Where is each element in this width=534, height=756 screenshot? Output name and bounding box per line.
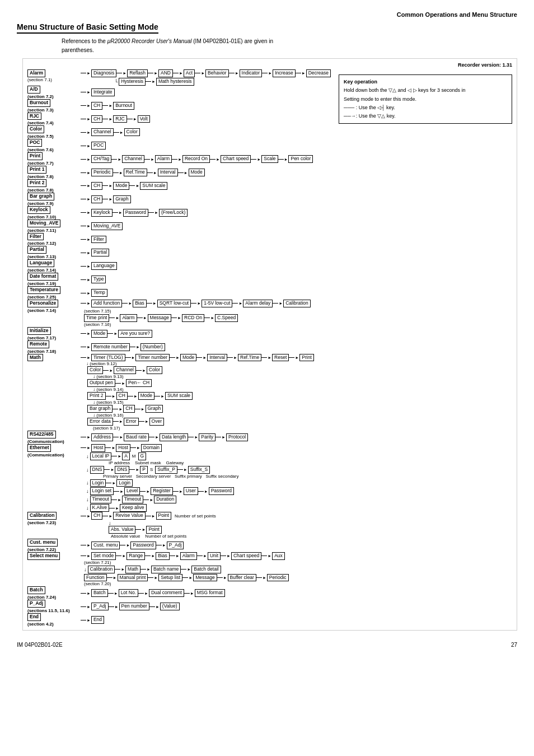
menu-row-bargraph: Bar graph (section 7.9) CH Graph <box>27 193 331 206</box>
diagram-container: Recorder version: 1.31 Key operation Hol… <box>22 58 517 631</box>
menu-row-language: Language (section 7.14) Language <box>27 259 331 273</box>
menu-row-print2: Print 2 (section 7.8) CH Mode SUM scale <box>27 179 331 193</box>
footer-right: 27 <box>511 642 517 648</box>
page-header: Common Operations and Menu Structure <box>17 11 517 18</box>
menu-row-cust-menu: Cust. menu (section 7.22) Cust. menu Pas… <box>27 539 331 552</box>
intro-text: References to the μR20000 Recorder User'… <box>62 37 517 55</box>
menu-row-remote: Remote (section 7.18) Remote number (Num… <box>27 340 331 354</box>
menu-row-end: End (section 4.2) End <box>27 613 331 627</box>
menu-row-temperature: Temperature (section 7.25) Temp <box>27 286 331 300</box>
menu-row-rjc: RJC (section 7.4) CH RJC Volt <box>27 113 331 126</box>
menu-row-print1: Print 1 (section 7.8) Periodic Ref.Time … <box>27 166 331 179</box>
menu-row-select-menu: Select menu Set mode Range Bias Alarm Un… <box>27 552 331 587</box>
menu-row-date-format: Date format (section 7.19) Type <box>27 273 331 286</box>
menu-row-ad: A/D (section 7.2) Integrate <box>27 86 331 99</box>
menu-row-filter: Filter (section 7.12) Filter <box>27 233 331 246</box>
menu-row-burnout: Burnout (section 7.3) CH Burnout <box>27 99 331 113</box>
menu-row-math: Math Timer (TLOG) Timer number Mode Inte… <box>27 354 331 431</box>
menu-row-moving-ave: Moving_AVE (section 7.11) Moving_AVE <box>27 220 331 233</box>
page-footer: IM 04P02B01-02E 27 <box>17 642 517 648</box>
menu-row-partial: Partial (section 7.13) Partial <box>27 246 331 259</box>
menu-row-p-adj: P_Adj (sections 11.5, 11.6) P_Adj Pen nu… <box>27 600 331 613</box>
menu-row-poc: POC (section 7.6) POC <box>27 139 331 152</box>
menu-row-personalize: Personalize (section 7.14) Add function … <box>27 300 331 327</box>
section-title: Menu Structure of Basic Setting Mode <box>17 22 158 34</box>
recorder-version: Recorder version: 1.31 <box>27 62 512 68</box>
menu-row-alarm: Alarm (section 7.1) Diagnosis Reflash AN… <box>27 69 331 86</box>
key-operation-box: Key operation Hold down both the ▽△ and … <box>339 74 512 124</box>
menu-row-color: Color (section 7.5) Channel Color <box>27 125 331 139</box>
menu-row-batch: Batch (section 7.24) Batch Lot No. Dual … <box>27 586 331 600</box>
menu-row-rs422: RS422/485 (Communication) Address Baud r… <box>27 431 331 444</box>
menu-row-initialize: Initialize (section 7.17) Mode Are you s… <box>27 327 331 340</box>
menu-row-print: Print (section 7.7) CH/Tag Channel Alarm… <box>27 152 331 166</box>
menu-row-ethernet: Ethernet (Communication) Host Host Domai… <box>27 444 331 512</box>
menu-row-keylock: Keylock (section 7.10) Keylock Password … <box>27 206 331 220</box>
menu-structure-table: Alarm (section 7.1) Diagnosis Reflash AN… <box>27 69 331 627</box>
footer-left: IM 04P02B01-02E <box>17 642 63 648</box>
menu-row-calibration: Calibration (section 7.23) CH Revise Val… <box>27 512 331 539</box>
